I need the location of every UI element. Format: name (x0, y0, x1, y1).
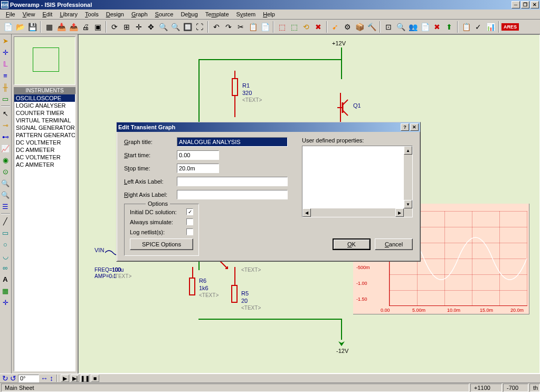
menu-tools[interactable]: Tools (81, 10, 102, 18)
list-item[interactable]: VIRTUAL TERMINAL (14, 117, 75, 124)
spice-options-button[interactable]: SPICE Options (130, 238, 193, 250)
angle-input[interactable] (18, 375, 39, 383)
marker-mode-button[interactable]: ✛ (0, 297, 11, 308)
erc-button[interactable]: ✓ (472, 21, 484, 33)
remove-sheet-button[interactable]: ✖ (431, 21, 443, 33)
path-mode-button[interactable]: ∞ (0, 262, 11, 273)
menu-system[interactable]: System (233, 10, 260, 18)
refresh-button[interactable]: ⟳ (109, 21, 120, 33)
initial-dc-checkbox[interactable]: ✓ (186, 208, 193, 215)
save-button[interactable]: 💾 (26, 21, 38, 33)
pause-button[interactable]: ❚❚ (81, 375, 89, 382)
left-axis-input[interactable] (177, 177, 288, 186)
probe-i-button[interactable]: 🔍 (0, 189, 11, 200)
terminal-mode-button[interactable]: ⊸ (0, 120, 11, 130)
import-button[interactable]: 📥 (55, 21, 67, 33)
dialog-titlebar[interactable]: Edit Transient Graph ? ✕ (117, 122, 420, 132)
zoom-area-button[interactable]: ⛶ (194, 21, 205, 33)
symbol-mode-button[interactable]: ▦ (0, 285, 11, 296)
block-rotate-button[interactable]: ⟲ (300, 21, 312, 33)
resistor-r6[interactable] (189, 278, 195, 295)
make-device-button[interactable]: ⚙ (342, 21, 353, 33)
minimize-button[interactable]: ─ (511, 1, 520, 8)
mirror-v-button[interactable]: ↕ (50, 374, 53, 383)
property-button[interactable]: 👥 (407, 21, 419, 33)
scroll-left-button[interactable]: ◀ (302, 208, 311, 217)
copy-button[interactable]: 📋 (247, 21, 259, 33)
menu-help[interactable]: Help (259, 10, 279, 18)
grid-button[interactable]: ⊞ (121, 21, 132, 33)
bus-mode-button[interactable]: ╫ (0, 82, 11, 92)
zoom-in-button[interactable]: 🔍 (157, 21, 169, 33)
ok-button[interactable]: OK (333, 238, 371, 250)
cut-button[interactable]: ✂ (235, 21, 247, 33)
print-area-button[interactable]: ▦ (43, 21, 55, 33)
resistor-r5[interactable] (231, 285, 238, 303)
pick-button[interactable]: ➹ (329, 21, 341, 33)
junction-mode-button[interactable]: ✛ (0, 47, 11, 58)
zoom-out-button[interactable]: 🔍 (169, 21, 181, 33)
start-time-input[interactable] (177, 150, 219, 160)
zoom-all-button[interactable]: 🔲 (182, 21, 193, 33)
step-button[interactable]: ▶| (71, 375, 79, 382)
list-item[interactable]: AC VOLTMETER (14, 154, 75, 161)
ares-badge[interactable]: ARES (501, 23, 519, 31)
menu-edit[interactable]: Edit (39, 10, 56, 18)
package-button[interactable]: 📦 (354, 21, 365, 33)
graph-title-input[interactable] (177, 137, 288, 147)
block-delete-button[interactable]: ✖ (312, 21, 324, 33)
resistor-r1[interactable] (232, 78, 238, 96)
list-item[interactable]: OSCILLOSCOPE (14, 94, 75, 102)
block-copy-button[interactable]: ⬚ (276, 21, 288, 33)
list-item[interactable]: DC VOLTMETER (14, 139, 75, 146)
rotate-ccw-button[interactable]: ↺ (10, 374, 16, 383)
redo-button[interactable]: ↷ (223, 21, 234, 33)
close-button[interactable]: ✕ (530, 1, 539, 8)
label-mode-button[interactable]: 𝕃 (0, 59, 11, 69)
paste-button[interactable]: 📄 (259, 21, 271, 33)
log-netlist-checkbox[interactable] (186, 228, 193, 235)
netlist-button[interactable]: 📊 (485, 21, 496, 33)
play-button[interactable]: ▶ (61, 375, 69, 382)
script-mode-button[interactable]: ≡ (0, 70, 11, 81)
wire-autoroute-button[interactable]: ⊡ (383, 21, 394, 33)
line-mode-button[interactable]: ╱ (0, 216, 11, 226)
list-item[interactable]: PATTERN GENERATOR (14, 131, 75, 139)
menu-file[interactable]: File (2, 10, 19, 18)
component-mode-button[interactable]: ➤ (0, 35, 11, 46)
probe-v-button[interactable]: 🔍 (0, 178, 11, 188)
cancel-button[interactable]: Cancel (375, 238, 413, 250)
stop-button[interactable]: ■ (91, 375, 99, 382)
undo-button[interactable]: ↶ (211, 21, 222, 33)
pan-button[interactable]: ✥ (145, 21, 157, 33)
open-button[interactable]: 📂 (14, 21, 26, 33)
arc-mode-button[interactable]: ◡ (0, 251, 11, 261)
circle-mode-button[interactable]: ○ (0, 239, 11, 250)
mark-button[interactable]: ▣ (92, 21, 103, 33)
scroll-up-button[interactable]: ▲ (404, 146, 412, 155)
instruments-list[interactable]: OSCILLOSCOPE LOGIC ANALYSER COUNTER TIME… (14, 94, 75, 371)
list-item[interactable]: AC AMMETER (14, 161, 75, 168)
dialog-close-button[interactable]: ✕ (410, 123, 419, 131)
generator-mode-button[interactable]: ⊙ (0, 166, 11, 177)
always-simulate-checkbox[interactable] (186, 218, 193, 225)
pin-mode-button[interactable]: ⊷ (0, 131, 11, 142)
menu-view[interactable]: View (19, 10, 39, 18)
menu-template[interactable]: Template (202, 10, 233, 18)
origin-button[interactable]: ✛ (133, 21, 145, 33)
search-button[interactable]: 🔍 (395, 21, 406, 33)
scroll-down-button[interactable]: ▼ (404, 200, 412, 208)
decompose-button[interactable]: 🔨 (366, 21, 377, 33)
list-item[interactable]: LOGIC ANALYSER (14, 102, 75, 109)
dialog-help-button[interactable]: ? (401, 123, 409, 131)
box-mode-button[interactable]: ▭ (0, 227, 11, 238)
menu-graph[interactable]: Graph (128, 10, 151, 18)
tape-mode-button[interactable]: ◉ (0, 155, 11, 165)
subcircuit-mode-button[interactable]: ▭ (0, 93, 11, 104)
user-props-textarea[interactable]: ▲ ▼ ◀ ▶ (302, 146, 413, 217)
text-mode-button[interactable]: A (0, 274, 11, 284)
bom-button[interactable]: 📋 (460, 21, 472, 33)
stop-time-input[interactable] (177, 164, 219, 173)
menu-design[interactable]: Design (102, 10, 128, 18)
rotate-cw-button[interactable]: ↻ (2, 374, 8, 383)
